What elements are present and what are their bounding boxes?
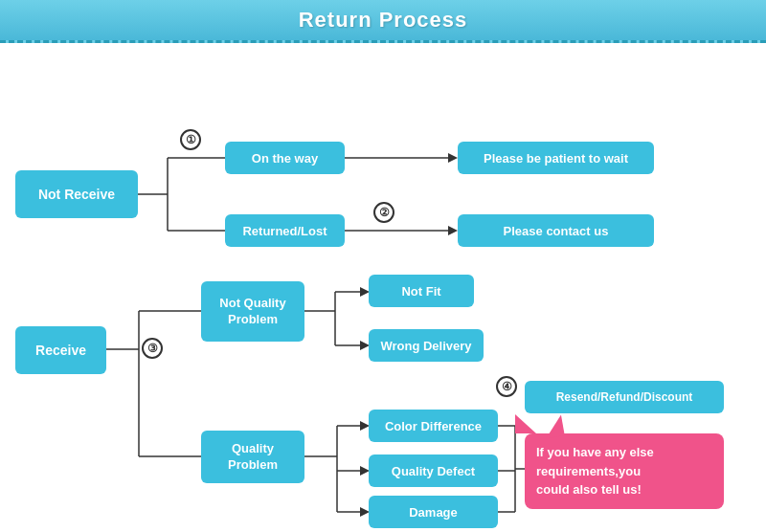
circle-1: ①: [180, 129, 201, 150]
quality-defect-node: Quality Defect: [369, 454, 498, 487]
receive-node: Receive: [15, 326, 106, 374]
circle-4: ④: [496, 376, 517, 397]
not-fit-node: Not Fit: [369, 275, 474, 307]
returned-lost-node: Returned/Lost: [225, 214, 345, 247]
please-contact-node: Please contact us: [458, 214, 654, 247]
speech-bubble-pointer: [515, 414, 536, 433]
page-title: Return Process: [299, 8, 468, 32]
damage-node: Damage: [369, 496, 498, 528]
speech-bubble: If you have any else requirements,you co…: [525, 433, 724, 509]
quality-problem-node: Quality Problem: [201, 431, 304, 483]
resend-refund-node: Resend/Refund/Discount: [525, 381, 724, 413]
on-the-way-node: On the way: [225, 142, 345, 174]
please-wait-node: Please be patient to wait: [458, 142, 654, 174]
not-receive-node: Not Receive: [15, 170, 138, 218]
circle-3: ③: [142, 338, 163, 359]
content-area: ① ② ③ ④ Not Receive On the way Returned/…: [0, 43, 766, 531]
page-header: Return Process: [0, 0, 766, 43]
svg-marker-7: [448, 226, 458, 235]
not-quality-problem-node: Not Quality Problem: [201, 281, 304, 342]
wrong-delivery-node: Wrong Delivery: [369, 329, 484, 362]
circle-2: ②: [373, 202, 394, 223]
svg-marker-5: [448, 153, 458, 163]
color-difference-node: Color Difference: [369, 410, 498, 442]
